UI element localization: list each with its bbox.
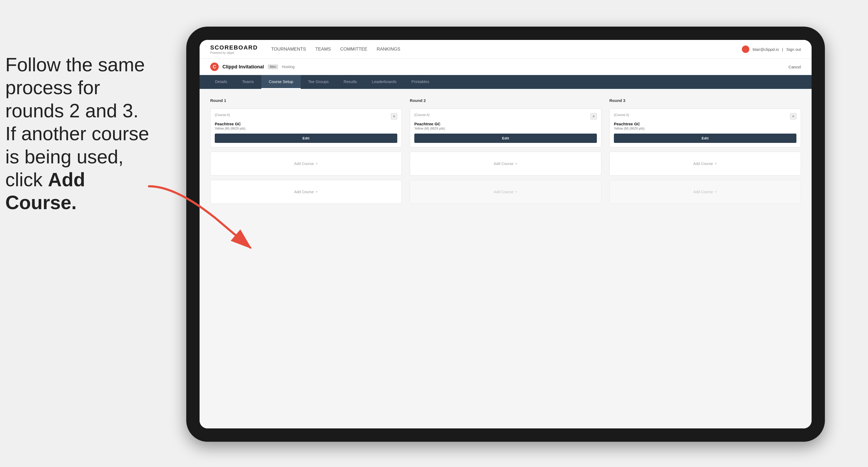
round-3-column: Round 3 (Course A) × Peachtree GC Yellow…: [609, 98, 801, 204]
nav-separator: |: [782, 47, 783, 52]
add-course-r1-s2-plus: +: [315, 189, 318, 194]
instruction-line5: is being used,: [5, 146, 123, 167]
tablet-frame: SCOREBOARD Powered by clippd TOURNAMENTS…: [186, 27, 825, 442]
tab-printables[interactable]: Printables: [404, 75, 437, 89]
nav-committee[interactable]: COMMITTEE: [340, 46, 367, 52]
course-card-header-r2: (Course A) ×: [414, 113, 597, 120]
course-details-r3: Yellow (M) (6629 yds): [614, 127, 797, 130]
round-2-label: Round 2: [410, 98, 601, 103]
course-delete-r3[interactable]: ×: [790, 113, 797, 120]
add-course-r3-s1-label: Add Course: [693, 161, 713, 166]
course-label-r2: (Course A): [414, 113, 430, 117]
instruction-line3: rounds 2 and 3.: [5, 100, 138, 121]
tournament-logo: C: [210, 63, 219, 71]
user-email: blair@clippd.io: [752, 47, 779, 52]
add-course-r1-s1-label: Add Course: [294, 161, 314, 166]
nav-right: blair@clippd.io | Sign out: [742, 45, 801, 53]
add-course-r3-s2-plus: +: [714, 189, 717, 194]
tournament-name: Clippd Invitational: [222, 64, 264, 70]
user-avatar: [742, 45, 749, 53]
tab-course-setup[interactable]: Course Setup: [261, 75, 301, 89]
edit-button-r2[interactable]: Edit: [414, 133, 597, 143]
tab-bar: Details Teams Course Setup Tee Groups Re…: [199, 75, 812, 89]
course-details-r2: Yellow (M) (6629 yds): [414, 127, 597, 130]
tab-details[interactable]: Details: [208, 75, 235, 89]
logo-sub: Powered by clippd: [210, 51, 258, 54]
round-3-course-card: (Course A) × Peachtree GC Yellow (M) (66…: [609, 108, 801, 148]
tab-teams[interactable]: Teams: [235, 75, 261, 89]
hosting-badge: Hosting: [282, 65, 294, 69]
rounds-grid: Round 1 (Course A) × Peachtree GC Yellow…: [210, 98, 801, 204]
nav-tournaments[interactable]: TOURNAMENTS: [271, 46, 306, 52]
add-course-r2-s2-label: Add Course: [494, 190, 513, 194]
instruction-line6-prefix: click: [5, 169, 48, 190]
add-course-r1-slot2[interactable]: Add Course +: [210, 180, 402, 204]
course-card-header-r1: (Course A) ×: [215, 113, 397, 120]
cancel-button[interactable]: Cancel: [788, 65, 801, 69]
edit-button-r1[interactable]: Edit: [215, 133, 397, 143]
gender-badge: Men: [268, 64, 278, 69]
instruction-line4: If another course: [5, 123, 149, 144]
round-1-column: Round 1 (Course A) × Peachtree GC Yellow…: [210, 98, 402, 204]
scoreboard-logo: SCOREBOARD Powered by clippd: [210, 44, 258, 54]
add-course-r3-slot1[interactable]: Add Course +: [609, 152, 801, 176]
add-course-r2-slot2[interactable]: Add Course +: [410, 180, 601, 204]
tournament-info: C Clippd Invitational Men Hosting: [210, 63, 294, 71]
edit-button-r3[interactable]: Edit: [614, 133, 797, 143]
add-course-r3-s1-plus: +: [714, 161, 717, 166]
add-course-r3-s2-label: Add Course: [693, 190, 713, 194]
course-label-r3: (Course A): [614, 113, 629, 117]
course-label-r1: (Course A): [215, 113, 230, 117]
sub-header: C Clippd Invitational Men Hosting Cancel: [199, 59, 812, 75]
nav-teams[interactable]: TEAMS: [315, 46, 331, 52]
nav-left: SCOREBOARD Powered by clippd TOURNAMENTS…: [210, 44, 400, 54]
round-2-column: Round 2 (Course A) × Peachtree GC Yellow…: [410, 98, 601, 204]
round-1-label: Round 1: [210, 98, 402, 103]
instruction-line2: process for: [5, 77, 100, 98]
instruction-line1: Follow the same: [5, 54, 145, 75]
course-card-header-r3: (Course A) ×: [614, 113, 797, 120]
nav-links: TOURNAMENTS TEAMS COMMITTEE RANKINGS: [271, 46, 400, 52]
tab-tee-groups[interactable]: Tee Groups: [301, 75, 336, 89]
course-name-r2: Peachtree GC: [414, 122, 597, 126]
add-course-r1-s2-label: Add Course: [294, 190, 314, 194]
add-course-r2-slot1[interactable]: Add Course +: [410, 152, 601, 176]
tab-results[interactable]: Results: [336, 75, 364, 89]
add-course-r2-s2-plus: +: [515, 189, 517, 194]
course-delete-r1[interactable]: ×: [391, 113, 397, 120]
tab-leaderboards[interactable]: Leaderboards: [364, 75, 404, 89]
course-name-r1: Peachtree GC: [215, 122, 397, 126]
course-name-r3: Peachtree GC: [614, 122, 797, 126]
add-course-r2-s1-label: Add Course: [494, 161, 513, 166]
round-1-course-card: (Course A) × Peachtree GC Yellow (M) (66…: [210, 108, 402, 148]
tablet-screen: SCOREBOARD Powered by clippd TOURNAMENTS…: [199, 40, 812, 428]
course-delete-r2[interactable]: ×: [590, 113, 597, 120]
nav-rankings[interactable]: RANKINGS: [376, 46, 400, 52]
add-course-r3-slot2[interactable]: Add Course +: [609, 180, 801, 204]
logo-main: SCOREBOARD: [210, 44, 258, 51]
instruction-text: Follow the same process for rounds 2 and…: [5, 53, 160, 214]
sign-out-link[interactable]: Sign out: [786, 47, 801, 52]
add-course-r2-s1-plus: +: [515, 161, 517, 166]
main-content: Round 1 (Course A) × Peachtree GC Yellow…: [199, 89, 812, 428]
course-details-r1: Yellow (M) (6629 yds): [215, 127, 397, 130]
add-course-r1-slot1[interactable]: Add Course +: [210, 152, 402, 176]
add-course-r1-s1-plus: +: [315, 161, 318, 166]
round-2-course-card: (Course A) × Peachtree GC Yellow (M) (66…: [410, 108, 601, 148]
round-3-label: Round 3: [609, 98, 801, 103]
top-nav: SCOREBOARD Powered by clippd TOURNAMENTS…: [199, 40, 812, 59]
